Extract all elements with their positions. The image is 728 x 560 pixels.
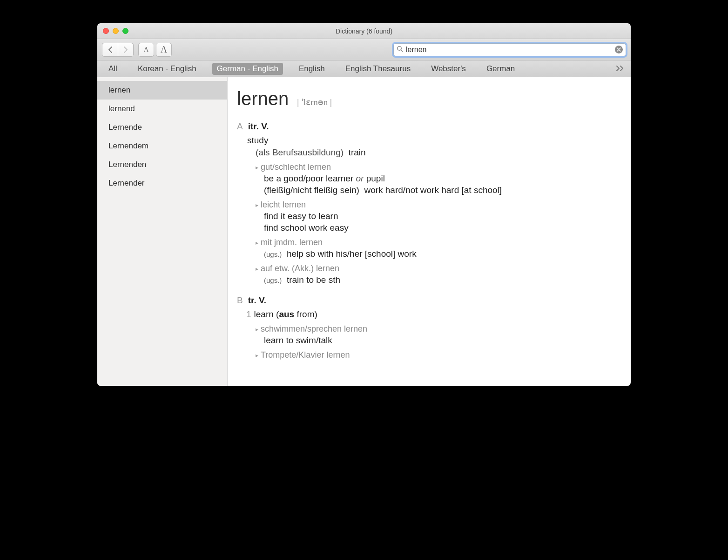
toolbar: A A xyxy=(97,39,631,60)
phrase: ▸Trompete/Klavier lernen xyxy=(256,350,617,360)
phrase-head: auf etw. (Akk.) lernen xyxy=(261,264,339,273)
bullet-icon: ▸ xyxy=(256,240,258,246)
qualifier-translation: train xyxy=(349,147,366,157)
search-input[interactable] xyxy=(406,46,612,54)
definition: study xyxy=(247,135,617,146)
phrase-head: schwimmen/sprechen lernen xyxy=(261,324,367,333)
forward-button[interactable] xyxy=(118,43,134,57)
maximize-icon[interactable] xyxy=(122,28,128,34)
list-item[interactable]: Lernender xyxy=(97,174,227,193)
phrase-translation: find it easy to learn xyxy=(264,211,617,221)
bullet-icon: ▸ xyxy=(256,352,258,359)
text: work hard/not work hard [at school] xyxy=(364,185,502,195)
tab-german[interactable]: German xyxy=(482,63,519,75)
source-tabs: All Korean - English German - English En… xyxy=(97,60,631,77)
list-item[interactable]: Lernenden xyxy=(97,155,227,174)
entry-content[interactable]: lernen | ˈlɛrnən | A itr. V. study (als … xyxy=(228,77,631,386)
phrase: ▸auf etw. (Akk.) lernen (ugs.) train to … xyxy=(256,264,617,285)
phrase: ▸gut/schlecht lernen be a good/poor lear… xyxy=(256,162,617,195)
list-item[interactable]: lernen xyxy=(97,81,227,100)
qualifier: (fleißig/nicht fleißig sein) xyxy=(264,185,359,195)
text-or: or xyxy=(356,173,364,183)
subsense: 1learn (aus from) xyxy=(246,309,617,320)
tab-korean-english[interactable]: Korean - English xyxy=(133,63,201,75)
subsense-number: 1 xyxy=(246,309,251,319)
phrase-translation: (ugs.) train to be sth xyxy=(264,275,617,285)
dictionary-window: Dictionary (6 found) A A All Kor xyxy=(97,23,631,386)
text-bold: aus xyxy=(279,309,294,319)
text: from) xyxy=(294,309,317,319)
back-button[interactable] xyxy=(102,43,118,57)
tab-german-english[interactable]: German - English xyxy=(212,63,283,75)
headword: lernen xyxy=(237,88,289,109)
phrase: ▸leicht lernen find it easy to learn fin… xyxy=(256,200,617,233)
phrase: ▸schwimmen/sprechen lernen learn to swim… xyxy=(256,324,617,346)
tab-websters[interactable]: Webster's xyxy=(426,63,471,75)
font-size-group: A A xyxy=(138,43,172,57)
phrase-translation: find school work easy xyxy=(264,223,617,233)
chevron-left-icon xyxy=(108,47,113,53)
qualifier-line: (als Berufsausbildung) train xyxy=(256,147,617,158)
search-field[interactable] xyxy=(393,43,626,56)
text: pupil xyxy=(364,173,384,183)
sense-label: A xyxy=(237,121,243,131)
list-item[interactable]: Lernende xyxy=(97,118,227,137)
close-icon xyxy=(617,47,621,52)
titlebar: Dictionary (6 found) xyxy=(97,23,631,39)
phrase-head: leicht lernen xyxy=(261,200,306,209)
svg-line-1 xyxy=(401,50,403,52)
phrase-head: gut/schlecht lernen xyxy=(261,162,331,172)
tabs-overflow-button[interactable] xyxy=(616,64,624,73)
nav-group xyxy=(102,43,134,57)
font-smaller-button[interactable]: A xyxy=(138,43,154,57)
phrase-translation: (ugs.) help sb with his/her [school] wor… xyxy=(264,249,617,259)
window-title: Dictionary (6 found) xyxy=(97,27,631,35)
tab-english-thesaurus[interactable]: English Thesaurus xyxy=(341,63,416,75)
bullet-icon: ▸ xyxy=(256,202,258,208)
chevrons-right-icon xyxy=(616,66,624,71)
sense-label: B xyxy=(237,295,243,305)
close-icon[interactable] xyxy=(103,28,109,34)
register-note: (ugs.) xyxy=(264,250,282,258)
body: lernen lernend Lernende Lernendem Lernen… xyxy=(97,77,631,386)
phrase: ▸mit jmdm. lernen (ugs.) help sb with hi… xyxy=(256,238,617,259)
font-larger-button[interactable]: A xyxy=(156,43,172,57)
list-item[interactable]: Lernendem xyxy=(97,137,227,155)
pos-line: A itr. V. xyxy=(237,121,617,132)
minimize-icon[interactable] xyxy=(113,28,119,34)
chevron-right-icon xyxy=(123,47,128,53)
text: be a good/poor learner xyxy=(264,173,356,183)
phrase-translation: learn to swim/talk xyxy=(264,335,617,346)
text: help sb with his/her [school] work xyxy=(287,249,417,259)
tab-all[interactable]: All xyxy=(104,63,122,75)
phrase-head: mit jmdm. lernen xyxy=(261,238,323,247)
clear-search-button[interactable] xyxy=(615,46,623,53)
pos-line: B tr. V. xyxy=(237,295,617,306)
register-note: (ugs.) xyxy=(264,276,282,284)
phrase-head: Trompete/Klavier lernen xyxy=(261,350,350,360)
window-controls xyxy=(97,28,128,34)
headline: lernen | ˈlɛrnən | xyxy=(237,88,617,109)
part-of-speech: tr. V. xyxy=(248,295,266,305)
text: learn ( xyxy=(254,309,279,319)
text: train to be sth xyxy=(287,275,340,285)
bullet-icon: ▸ xyxy=(256,266,258,272)
bullet-icon: ▸ xyxy=(256,326,258,333)
results-sidebar[interactable]: lernen lernend Lernende Lernendem Lernen… xyxy=(97,77,228,386)
list-item[interactable]: lernend xyxy=(97,100,227,118)
sense-b: B tr. V. 1learn (aus from) ▸schwimmen/sp… xyxy=(237,295,617,360)
part-of-speech: itr. V. xyxy=(248,121,269,131)
bullet-icon: ▸ xyxy=(256,164,258,171)
sense-a: A itr. V. study (als Berufsausbildung) t… xyxy=(237,121,617,285)
search-icon xyxy=(397,46,403,53)
tab-english[interactable]: English xyxy=(294,63,330,75)
qualifier: (als Berufsausbildung) xyxy=(256,147,344,157)
phrase-translation: be a good/poor learner or pupil xyxy=(264,173,617,184)
phrase-translation: (fleißig/nicht fleißig sein) work hard/n… xyxy=(264,185,617,195)
pronunciation: | ˈlɛrnən | xyxy=(297,97,332,107)
